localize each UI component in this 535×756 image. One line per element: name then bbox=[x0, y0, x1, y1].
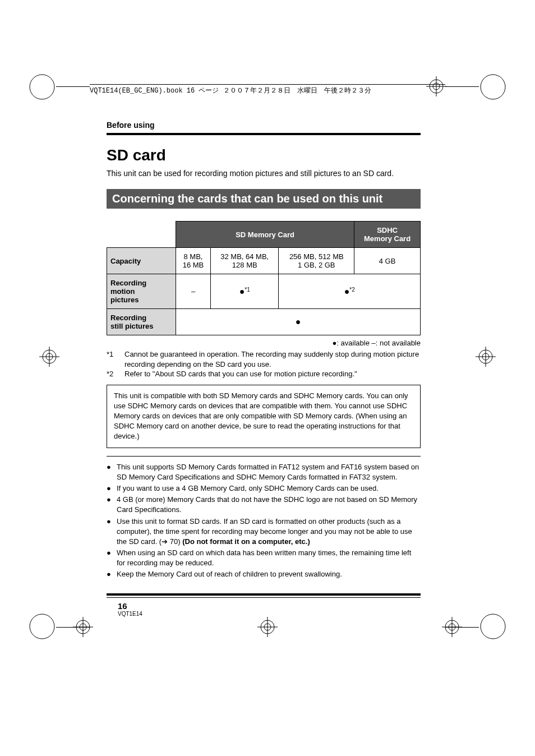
list-item: ●4 GB (or more) Memory Cards that do not… bbox=[107, 495, 421, 515]
intro-text: This unit can be used for recording moti… bbox=[107, 169, 421, 178]
corner-ornament bbox=[479, 612, 507, 640]
list-item: ●Use this unit to format SD cards. If an… bbox=[107, 517, 421, 547]
bullet-text: Keep the Memory Card out of reach of chi… bbox=[117, 569, 342, 579]
still-cell-all: ● bbox=[176, 309, 421, 335]
registration-mark bbox=[442, 617, 462, 637]
cap-a-l1: 8 MB, bbox=[184, 252, 203, 261]
bullet-icon: ● bbox=[107, 569, 112, 579]
bullet-text: When using an SD card on which data has … bbox=[117, 548, 421, 568]
page-title: SD card bbox=[107, 146, 421, 164]
capacity-cell-d: 4 GB bbox=[354, 248, 421, 274]
corner-ornament bbox=[28, 612, 56, 640]
dot-icon: ● bbox=[239, 287, 245, 296]
table-header-sdhc-l1: SDHC bbox=[377, 226, 398, 234]
bullet-text: Use this unit to format SD cards. If an … bbox=[117, 517, 421, 547]
footnote-1-text: Cannot be guaranteed in operation. The r… bbox=[124, 349, 421, 369]
list-item: ●When using an SD card on which data has… bbox=[107, 548, 421, 568]
cap-b-l2: 128 MB bbox=[232, 261, 257, 269]
footnote-1: *1 Cannot be guaranteed in operation. Th… bbox=[107, 349, 421, 369]
registration-mark bbox=[476, 347, 496, 367]
row-motion-l3: pictures bbox=[110, 296, 139, 304]
info-box: This unit is compatible with both SD Mem… bbox=[107, 385, 421, 448]
corner-ornament bbox=[479, 73, 507, 101]
capacity-cell-a: 8 MB, 16 MB bbox=[176, 248, 211, 274]
footnote-2: *2 Refer to "About SD cards that you can… bbox=[107, 369, 421, 379]
row-still-label: Recording still pictures bbox=[107, 309, 176, 335]
footnote-2-label: *2 bbox=[107, 369, 119, 379]
row-capacity-label: Capacity bbox=[107, 248, 176, 274]
page-content: Before using SD card This unit can be us… bbox=[107, 121, 421, 581]
bullet-icon: ● bbox=[107, 495, 112, 515]
bullet-4-bold: (Do not format it on a computer, etc.) bbox=[182, 537, 310, 546]
section-rule bbox=[107, 133, 421, 135]
capacity-cell-c: 256 MB, 512 MB 1 GB, 2 GB bbox=[279, 248, 354, 274]
bullet-text: If you want to use a 4 GB Memory Card, o… bbox=[117, 483, 379, 494]
registration-mark bbox=[39, 347, 59, 367]
motion-cell-a: – bbox=[176, 274, 211, 309]
motion-cd-sup: *2 bbox=[349, 287, 354, 293]
row-motion-label: Recording motion pictures bbox=[107, 274, 176, 309]
footnote-1-label: *1 bbox=[107, 349, 119, 369]
table-legend: ●: available –: not available bbox=[107, 339, 421, 347]
list-item: ●If you want to use a 4 GB Memory Card, … bbox=[107, 483, 421, 494]
table-header-sd: SD Memory Card bbox=[176, 222, 354, 248]
footnotes: *1 Cannot be guaranteed in operation. Th… bbox=[107, 349, 421, 379]
registration-mark bbox=[73, 617, 93, 637]
footnote-2-text: Refer to "About SD cards that you can us… bbox=[124, 369, 357, 379]
capacity-cell-b: 32 MB, 64 MB, 128 MB bbox=[211, 248, 279, 274]
dot-icon: ● bbox=[344, 287, 350, 296]
footer-rule-heavy bbox=[107, 593, 421, 596]
bullet-icon: ● bbox=[107, 483, 112, 494]
table-header-sdhc: SDHC Memory Card bbox=[354, 222, 421, 248]
page-footer: 16 VQT1E14 bbox=[107, 593, 421, 617]
doc-code: VQT1E14 bbox=[118, 611, 421, 617]
table-blank-corner bbox=[107, 222, 176, 248]
cap-c-l2: 1 GB, 2 GB bbox=[298, 261, 335, 269]
card-compat-table: SD Memory Card SDHC Memory Card Capacity… bbox=[107, 221, 421, 335]
motion-cell-cd: ●*2 bbox=[279, 274, 421, 309]
svg-point-0 bbox=[30, 75, 54, 99]
subsection-banner: Concerning the cards that can be used on… bbox=[107, 189, 421, 209]
registration-mark bbox=[257, 617, 278, 637]
cap-a-l2: 16 MB bbox=[183, 261, 204, 269]
row-motion-l1: Recording bbox=[110, 279, 146, 287]
bullet-icon: ● bbox=[107, 548, 112, 568]
bullet-text: This unit supports SD Memory Cards forma… bbox=[117, 462, 421, 482]
motion-cell-b: ●*1 bbox=[211, 274, 279, 309]
build-header-line: VQT1E14(EB_GC_ENG).book 16 ページ ２００７年２月２８… bbox=[90, 84, 445, 95]
bullet-text: 4 GB (or more) Memory Cards that do not … bbox=[117, 495, 421, 515]
row-motion-l2: motion bbox=[110, 287, 135, 296]
row-still-l1: Recording bbox=[110, 314, 146, 322]
crop-line bbox=[445, 86, 479, 87]
footer-rule-thin bbox=[107, 597, 421, 598]
page-number: 16 bbox=[118, 601, 421, 611]
svg-point-1 bbox=[481, 75, 505, 99]
cap-b-l1: 32 MB, 64 MB, bbox=[220, 252, 269, 261]
section-label: Before using bbox=[107, 121, 421, 130]
bullet-icon: ● bbox=[107, 462, 112, 482]
row-still-l2: still pictures bbox=[110, 322, 154, 330]
svg-point-2 bbox=[30, 614, 54, 639]
bullet-list: ●This unit supports SD Memory Cards form… bbox=[107, 462, 421, 580]
motion-b-sup: *1 bbox=[245, 287, 250, 293]
dot-icon: ● bbox=[296, 317, 301, 326]
crop-line bbox=[56, 86, 90, 87]
table-header-sdhc-l2: Memory Card bbox=[364, 234, 411, 243]
cap-c-l1: 256 MB, 512 MB bbox=[289, 252, 344, 261]
list-item: ●Keep the Memory Card out of reach of ch… bbox=[107, 569, 421, 579]
list-item: ●This unit supports SD Memory Cards form… bbox=[107, 462, 421, 482]
svg-point-3 bbox=[481, 614, 505, 639]
bullet-icon: ● bbox=[107, 517, 112, 547]
corner-ornament bbox=[28, 73, 56, 101]
divider-rule bbox=[107, 456, 421, 457]
